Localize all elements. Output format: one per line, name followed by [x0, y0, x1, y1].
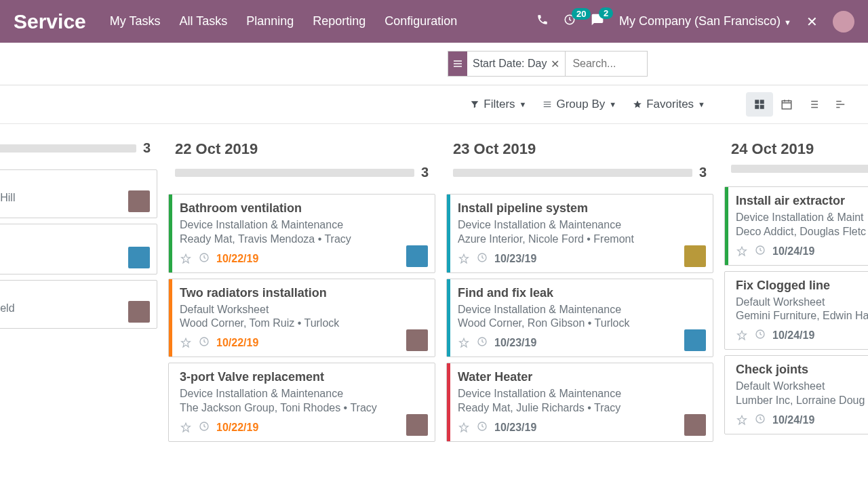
column-header: 23 Oct 2019	[453, 140, 713, 158]
task-card[interactable]: 3-port Valve replacementDevice Installat…	[168, 363, 435, 442]
company-selector[interactable]: My Company (San Francisco) ▼	[619, 14, 791, 28]
control-row: RT Filters▼ Group By▼ Favorites▼	[0, 85, 868, 124]
card-date: 10/23/19	[494, 337, 536, 349]
star-icon[interactable]	[180, 253, 192, 265]
view-gantt-button[interactable]	[827, 92, 854, 117]
filters-button[interactable]: Filters▼	[470, 98, 526, 111]
filter-chip-icon[interactable]	[448, 52, 467, 76]
view-switcher	[746, 92, 854, 117]
view-kanban-button[interactable]	[746, 92, 773, 117]
task-card[interactable]: & Maintenanceoham Palmer • Fairfield	[0, 280, 157, 329]
card-line1: Device Installation & Maintenance	[180, 218, 427, 232]
task-card[interactable]: Fix Clogged lineDefault WorksheetGemini …	[724, 271, 868, 350]
task-card[interactable]: Two radiators installationDefault Worksh…	[168, 279, 435, 358]
assignee-avatar[interactable]	[128, 301, 150, 323]
card-date: 10/24/19	[772, 414, 814, 426]
card-line1: Device Installation & Maintenance	[458, 303, 705, 317]
card-title: Fix Clogged line	[736, 279, 868, 293]
column-count: 3	[143, 140, 151, 156]
svg-rect-2	[760, 100, 764, 104]
task-card[interactable]: Water HeaterDevice Installation & Mainte…	[446, 363, 713, 442]
card-title: Check joints	[736, 363, 868, 377]
star-icon[interactable]	[458, 337, 470, 349]
column-progress: 3	[0, 140, 157, 156]
card-line1: Device Installation & Maintenance	[180, 387, 427, 401]
star-icon[interactable]	[180, 337, 192, 349]
card-line2: Deco Addict, Douglas Fletc	[736, 225, 868, 239]
topbar-right: 20 2 My Company (San Francisco) ▼ ✕	[536, 11, 854, 33]
view-list-button[interactable]	[800, 92, 827, 117]
column-progress	[724, 165, 868, 173]
card-line1: Default Worksheet	[736, 380, 868, 394]
assignee-avatar[interactable]	[406, 414, 428, 436]
assignee-avatar[interactable]	[406, 329, 428, 351]
task-card[interactable]: Find and fix leakDevice Installation & M…	[446, 279, 713, 358]
chat-icon[interactable]: 2	[591, 13, 604, 30]
favorites-button[interactable]: Favorites▼	[633, 98, 705, 111]
user-avatar[interactable]	[833, 11, 854, 33]
card-footer: 10/23/19	[458, 421, 705, 434]
groupby-button[interactable]: Group By▼	[542, 98, 616, 111]
view-calendar-button[interactable]	[773, 92, 800, 117]
star-icon[interactable]	[180, 422, 192, 434]
star-icon[interactable]	[458, 422, 470, 434]
star-icon[interactable]	[736, 329, 748, 342]
search-input[interactable]	[566, 52, 647, 76]
card-line2: Wood Corner, Tom Ruiz • Turlock	[180, 317, 427, 331]
clock-icon	[477, 336, 488, 350]
card-footer: 10/22/19	[180, 252, 427, 266]
close-icon[interactable]: ✕	[806, 14, 818, 30]
column-count: 3	[699, 165, 707, 180]
task-card[interactable]: eeen Diaz • Fremont	[0, 224, 157, 275]
task-card[interactable]: & Maintenanceon Olson • Pleasant Hill	[0, 169, 157, 218]
card-footer: 10/23/19	[458, 336, 705, 350]
top-navigation: Service My Tasks All Tasks Planning Repo…	[0, 0, 868, 43]
assignee-avatar[interactable]	[128, 247, 150, 268]
task-card[interactable]: Bathroom ventilationDevice Installation …	[168, 194, 435, 273]
kanban-column: 22 Oct 20193Bathroom ventilationDevice I…	[163, 124, 441, 447]
card-line2: Wood Corner, Ron Gibson • Turlock	[458, 317, 705, 331]
card-stripe	[725, 187, 728, 265]
card-stripe	[169, 195, 172, 272]
card-date: 10/24/19	[772, 245, 814, 258]
star-icon[interactable]	[458, 253, 470, 265]
card-title: Find and fix leak	[458, 286, 705, 300]
column-progress: 3	[446, 165, 713, 180]
filter-chip-remove-icon[interactable]: ✕	[551, 58, 559, 70]
card-line1: Default Worksheet	[736, 296, 868, 310]
card-line1: Device Installation & Maintenance	[458, 218, 705, 232]
assignee-avatar[interactable]	[684, 414, 706, 436]
task-card[interactable]: Check jointsDefault WorksheetLumber Inc,…	[724, 355, 868, 434]
card-title: e	[0, 231, 149, 245]
nav-my-tasks[interactable]: My Tasks	[110, 14, 161, 28]
star-icon[interactable]	[736, 245, 748, 258]
assignee-avatar[interactable]	[406, 245, 428, 267]
assignee-avatar[interactable]	[684, 329, 706, 351]
nav-all-tasks[interactable]: All Tasks	[179, 14, 227, 28]
task-card[interactable]: Install air extractorDevice Installation…	[724, 186, 868, 266]
column-progress: 3	[168, 165, 435, 180]
column-header: 22 Oct 2019	[175, 140, 435, 158]
card-line2: on Olson • Pleasant Hill	[0, 191, 149, 205]
clock-icon	[477, 421, 488, 434]
card-title: Water Heater	[458, 370, 705, 384]
phone-icon[interactable]	[536, 14, 549, 29]
clock-badge-icon[interactable]: 20	[564, 14, 576, 29]
filter-chip: Start Date: Day ✕	[467, 52, 566, 76]
clock-icon	[755, 413, 766, 427]
card-line2: The Jackson Group, Toni Rhodes • Tracy	[180, 401, 427, 415]
assignee-avatar[interactable]	[684, 245, 706, 267]
svg-rect-4	[760, 105, 764, 109]
star-icon[interactable]	[736, 414, 748, 426]
card-line1: & Maintenance	[0, 287, 149, 302]
clock-icon	[755, 245, 766, 258]
nav-reporting[interactable]: Reporting	[313, 14, 366, 28]
card-title: Install air extractor	[736, 194, 868, 208]
card-date: 10/22/19	[216, 422, 258, 434]
app-name[interactable]: Service	[14, 10, 86, 33]
card-title: 3-port Valve replacement	[180, 370, 427, 384]
task-card[interactable]: Install pipeline systemDevice Installati…	[446, 194, 713, 273]
assignee-avatar[interactable]	[128, 190, 150, 212]
nav-planning[interactable]: Planning	[246, 14, 294, 28]
nav-configuration[interactable]: Configuration	[384, 14, 457, 28]
